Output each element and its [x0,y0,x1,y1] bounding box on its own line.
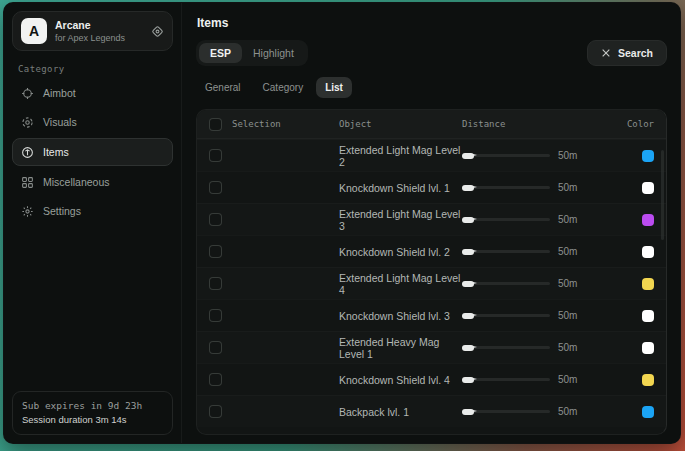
distance-slider[interactable] [462,279,550,289]
row-checkbox[interactable] [209,277,222,290]
sidebar-item-label: Aimbot [43,87,76,99]
table-row: Knockdown Shield lvl. 2 50m [197,235,666,267]
slider-handle[interactable] [462,249,474,255]
object-name: Extended Light Mag Level 3 [339,208,462,232]
row-checkbox[interactable] [209,309,222,322]
app-title: Arcane [55,19,143,31]
color-swatch[interactable] [642,374,654,386]
sidebar-item-visuals[interactable]: Visuals [12,109,173,135]
distance-slider[interactable] [462,183,550,193]
object-name: Backpack lvl. 1 [339,406,462,418]
row-checkbox[interactable] [209,373,222,386]
app-header-card: A Arcane for Apex Legends [12,11,173,51]
box-icon [21,146,34,159]
diamond-badge-icon[interactable] [151,25,164,38]
distance-slider[interactable] [462,311,550,321]
table-row: Backpack lvl. 1 50m [197,395,666,427]
distance-slider[interactable] [462,343,550,353]
slider-handle[interactable] [462,313,474,319]
distance-value: 50m [558,182,584,193]
eye-icon [21,116,34,129]
row-checkbox[interactable] [209,341,222,354]
slider-handle[interactable] [462,217,474,223]
color-swatch[interactable] [642,342,654,354]
color-swatch[interactable] [642,150,654,162]
color-swatch[interactable] [642,182,654,194]
crosshair-icon [21,87,34,100]
slider-handle[interactable] [462,153,474,159]
sidebar-item-miscellaneous[interactable]: Miscellaneous [12,169,173,195]
sidebar-item-label: Items [43,146,69,158]
scrollbar-thumb[interactable] [661,150,664,240]
grid-icon [21,176,34,189]
app-subtitle: for Apex Legends [55,33,143,43]
sidebar-item-label: Miscellaneous [43,176,110,188]
distance-value: 50m [558,246,584,257]
color-swatch[interactable] [642,406,654,418]
row-checkbox[interactable] [209,405,222,418]
row-checkbox[interactable] [209,181,222,194]
session-info-card: Sub expires in 9d 23h Session duration 3… [12,391,173,436]
tab-highlight[interactable]: Highlight [242,43,305,63]
search-button[interactable]: Search [587,40,667,66]
slider-handle[interactable] [462,345,474,351]
distance-slider[interactable] [462,247,550,257]
page-title: Items [197,16,667,30]
sidebar-item-items[interactable]: Items [12,138,173,166]
tab-category[interactable]: Category [254,77,313,98]
row-checkbox[interactable] [209,149,222,162]
gear-icon [21,205,34,218]
distance-slider[interactable] [462,215,550,225]
main-panel: Items ESP Highlight Search General Categ… [182,3,680,443]
search-icon [601,48,611,58]
toolbar: ESP Highlight Search [196,40,667,66]
sidebar-item-settings[interactable]: Settings [12,198,173,224]
distance-value: 50m [558,150,584,161]
view-tabs: General Category List [196,77,667,98]
object-name: Knockdown Shield lvl. 4 [339,374,462,386]
tab-general[interactable]: General [196,77,250,98]
sidebar-section-label: Category [18,64,169,74]
distance-slider[interactable] [462,375,550,385]
distance-value: 50m [558,342,584,353]
color-swatch[interactable] [642,214,654,226]
sidebar-item-label: Visuals [43,116,77,128]
color-swatch[interactable] [642,278,654,290]
distance-value: 50m [558,374,584,385]
object-name: Extended Light Mag Level 2 [339,144,462,168]
table-row: Extended Light Mag Level 2 50m [197,139,666,171]
tab-list[interactable]: List [316,77,352,98]
color-swatch[interactable] [642,310,654,322]
object-name: Knockdown Shield lvl. 2 [339,246,462,258]
slider-handle[interactable] [462,281,474,287]
tab-esp[interactable]: ESP [199,43,242,63]
distance-slider[interactable] [462,407,550,417]
sidebar-item-aimbot[interactable]: Aimbot [12,80,173,106]
table-header-row: Selection Object Distance Color [197,110,666,139]
sidebar-nav: Aimbot Visuals Items [12,80,173,224]
select-all-checkbox[interactable] [209,118,222,131]
table-row: Extended Heavy Mag Level 1 50m [197,331,666,363]
row-checkbox[interactable] [209,245,222,258]
slider-handle[interactable] [462,185,474,191]
table-body: Extended Light Mag Level 2 50m [197,139,666,427]
column-header-selection: Selection [232,119,281,129]
app-window: A Arcane for Apex Legends Category [3,2,681,444]
app-logo: A [21,18,47,44]
distance-slider[interactable] [462,151,550,161]
row-checkbox[interactable] [209,213,222,226]
column-header-distance: Distance [462,119,612,129]
app-names: Arcane for Apex Legends [55,19,143,43]
slider-handle[interactable] [462,377,474,383]
object-name: Knockdown Shield lvl. 1 [339,182,462,194]
distance-value: 50m [558,406,584,417]
sidebar: A Arcane for Apex Legends Category [4,3,182,443]
mode-tabs: ESP Highlight [196,40,308,66]
items-table: Selection Object Distance Color Extended… [196,109,667,435]
slider-handle[interactable] [462,409,474,415]
column-header-object: Object [339,119,462,129]
table-row: Knockdown Shield lvl. 1 50m [197,171,666,203]
search-button-label: Search [618,47,653,59]
table-row: Extended Light Mag Level 4 50m [197,267,666,299]
color-swatch[interactable] [642,246,654,258]
